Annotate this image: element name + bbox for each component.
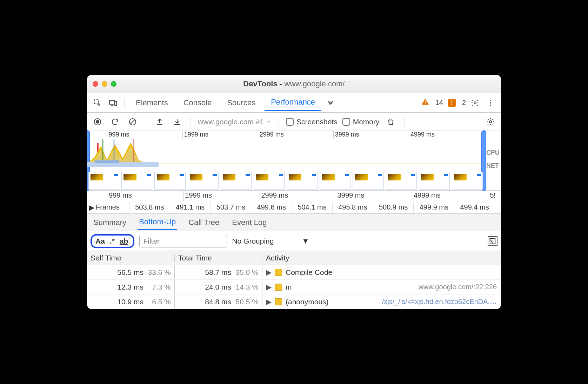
svg-point-8 [490, 105, 491, 106]
screenshot-thumb[interactable] [221, 172, 252, 190]
frame-cell[interactable]: 504.1 ms [292, 202, 332, 213]
zoom-window-button[interactable] [111, 81, 116, 87]
frame-cells: 503.8 ms491.1 ms503.7 ms499.6 ms504.1 ms… [129, 202, 495, 213]
activity-name: m [286, 283, 292, 291]
frame-cell[interactable]: 491.1 ms [170, 202, 211, 213]
screenshot-thumb[interactable] [386, 172, 417, 190]
frame-cell[interactable]: 500.9 ms [373, 202, 414, 213]
cell-total-time: 58.7 ms 35.0 % [175, 265, 262, 279]
timeline-overview[interactable]: 999 ms 1999 ms 2999 ms 3999 ms 4999 ms [87, 131, 501, 191]
source-link[interactable]: www.google.com/:22:226 [419, 283, 501, 291]
minimize-window-button[interactable] [102, 81, 107, 87]
total-pct: 35.0 % [233, 268, 259, 277]
expand-triangle-icon[interactable]: ▶ [266, 268, 272, 277]
more-tabs-icon[interactable]: » [324, 97, 337, 109]
subtab-summary[interactable]: Summary [92, 215, 128, 230]
screenshot-thumb[interactable] [419, 172, 450, 190]
expand-triangle-icon: ▶ [89, 203, 94, 212]
filter-toolbar: Aa .* ab No Grouping ▼ [87, 231, 501, 251]
activity-name: (anonymous) [286, 298, 329, 306]
net-label: NET [486, 162, 500, 170]
screenshot-thumb[interactable] [88, 172, 119, 190]
detail-time-scale: 999 ms 1999 ms 2999 ms 3999 ms 4999 ms 5… [87, 191, 501, 201]
cell-activity: ▶ (anonymous) /xjs/_/js/k=xjs.hd.en.fdzp… [262, 294, 501, 309]
regex-toggle[interactable]: .* [110, 237, 115, 245]
inspect-element-icon[interactable] [91, 97, 104, 109]
source-link[interactable]: /xjs/_/js/k=xjs.hd.en.fdzp62cEnDA.… [382, 298, 501, 306]
frame-cell[interactable]: 499.6 ms [251, 202, 292, 213]
self-pct: 7.3 % [146, 283, 171, 291]
screenshots-checkbox[interactable]: Screenshots [286, 118, 338, 126]
screenshot-thumb[interactable] [121, 172, 152, 190]
screenshot-thumb[interactable] [254, 172, 285, 190]
frame-cell[interactable]: 503.7 ms [211, 202, 251, 213]
window-title: DevTools - www.google.com/ [87, 79, 501, 88]
subtab-call-tree[interactable]: Call Tree [187, 215, 221, 230]
kebab-menu-icon[interactable] [484, 97, 497, 109]
subtab-bottom-up[interactable]: Bottom-Up [138, 214, 177, 230]
recording-selector[interactable]: www.google.com #1 [198, 118, 272, 126]
toggle-details-pane-icon[interactable] [488, 236, 497, 246]
col-self-time[interactable]: Self Time [87, 254, 175, 262]
frame-cell[interactable]: 499.9 ms [413, 202, 454, 213]
self-ms: 56.5 ms [117, 268, 143, 277]
screenshot-thumb[interactable] [353, 172, 383, 190]
script-category-icon [275, 298, 282, 305]
screenshot-thumb[interactable] [188, 172, 219, 190]
clear-icon[interactable] [126, 115, 139, 128]
svg-rect-4 [425, 104, 426, 104]
filter-input[interactable] [139, 235, 227, 247]
col-activity[interactable]: Activity [262, 254, 495, 262]
settings-gear-icon[interactable] [469, 97, 481, 109]
whole-word-toggle[interactable]: ab [120, 237, 128, 245]
grouping-selector[interactable]: No Grouping ▼ [232, 237, 309, 245]
screenshot-thumb[interactable] [320, 172, 350, 190]
close-window-button[interactable] [93, 81, 98, 87]
upload-profile-icon[interactable] [153, 115, 166, 128]
tab-sources[interactable]: Sources [221, 95, 262, 111]
download-profile-icon[interactable] [171, 115, 183, 128]
frames-label[interactable]: ▶ Frames [87, 203, 129, 212]
issues-count: 2 [462, 99, 466, 107]
table-row[interactable]: 12.3 ms 7.3 % 24.0 ms 14.3 % ▶ m www.goo… [87, 280, 501, 294]
subtab-event-log[interactable]: Event Log [230, 215, 268, 230]
tab-elements[interactable]: Elements [129, 95, 174, 111]
table-row[interactable]: 56.5 ms 33.6 % 58.7 ms 35.0 % ▶ Compile … [87, 265, 501, 280]
match-mode-pill: Aa .* ab [91, 234, 134, 248]
delete-profile-icon[interactable] [385, 115, 397, 128]
memory-checkbox[interactable]: Memory [342, 118, 380, 126]
screenshot-thumb[interactable] [154, 172, 185, 190]
tab-console[interactable]: Console [177, 95, 218, 111]
window-titlebar: DevTools - www.google.com/ [87, 75, 501, 93]
reload-icon[interactable] [109, 115, 121, 128]
script-category-icon [275, 269, 282, 276]
table-row[interactable]: 10.9 ms 6.5 % 84.8 ms 50.5 % ▶ (anonymou… [87, 294, 501, 309]
devtools-window: DevTools - www.google.com/ Elements Cons… [87, 75, 501, 309]
record-icon[interactable] [91, 115, 104, 128]
total-ms: 84.8 ms [205, 298, 231, 306]
expand-triangle-icon[interactable]: ▶ [266, 298, 272, 306]
svg-rect-3 [425, 100, 426, 102]
screenshot-thumb[interactable] [452, 172, 483, 190]
warnings-badge[interactable]: 14 ! 2 [421, 98, 466, 107]
col-total-time[interactable]: Total Time [175, 254, 262, 262]
screenshot-thumb[interactable] [287, 172, 318, 190]
warning-triangle-icon [421, 98, 429, 107]
frame-cell[interactable]: 503.8 ms [129, 202, 170, 213]
frames-track[interactable]: ▶ Frames 503.8 ms491.1 ms503.7 ms499.6 m… [87, 201, 501, 214]
self-pct: 6.5 % [146, 298, 171, 306]
title-url: www.google.com/ [284, 79, 345, 88]
device-toolbar-icon[interactable] [107, 97, 119, 109]
capture-settings-gear-icon[interactable] [484, 115, 497, 128]
frame-cell[interactable]: 499.4 ms [454, 202, 495, 213]
self-pct: 33.6 % [146, 268, 171, 277]
cell-total-time: 24.0 ms 14.3 % [175, 280, 262, 294]
expand-triangle-icon[interactable]: ▶ [266, 283, 272, 291]
frame-cell[interactable]: 495.8 ms [332, 202, 373, 213]
overview-lane-labels: CPU NET [486, 149, 500, 170]
match-case-toggle[interactable]: Aa [95, 237, 105, 245]
devtools-tabbar: Elements Console Sources Performance » 1… [87, 93, 501, 113]
overview-tick: 2999 ms [258, 131, 333, 139]
cell-activity: ▶ Compile Code [262, 265, 501, 279]
tab-performance[interactable]: Performance [265, 94, 321, 111]
